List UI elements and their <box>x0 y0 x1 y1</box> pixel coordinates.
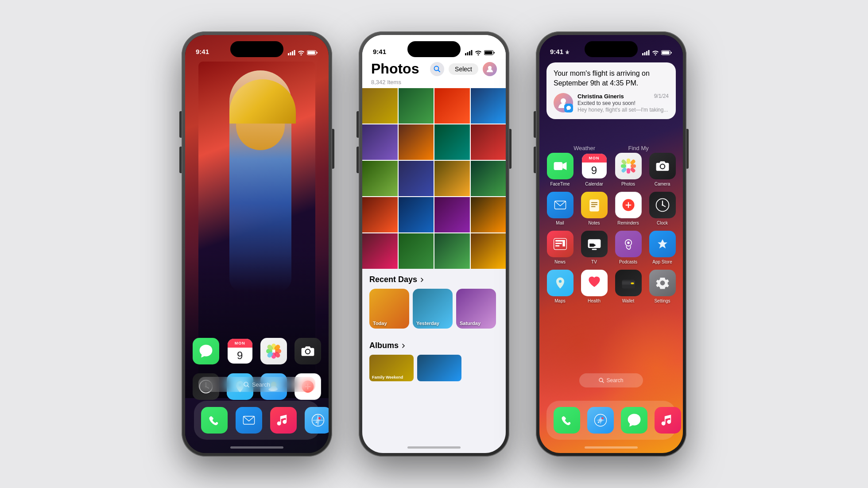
contact-name: Christina Gineris <box>577 93 624 100</box>
photo-cell[interactable] <box>362 233 398 269</box>
status-time-1: 9:41 <box>196 48 209 55</box>
app-camera-1[interactable] <box>294 338 322 364</box>
day-yesterday[interactable]: Yesterday <box>413 289 453 329</box>
app-mail-3[interactable]: Mail <box>546 192 574 225</box>
dock-safari-3[interactable] <box>587 407 614 434</box>
search-label-3: Search <box>606 377 623 383</box>
app-photos-3[interactable]: Photos <box>615 153 642 186</box>
notification-card[interactable]: Your mom's flight is arriving on Septemb… <box>546 62 676 119</box>
dock-mail-1[interactable] <box>236 407 262 434</box>
photo-cell[interactable] <box>399 233 434 269</box>
photo-cell[interactable] <box>434 161 470 196</box>
app-calendar-3[interactable]: MON 9 Calendar <box>581 153 608 186</box>
battery-icon-3 <box>661 50 672 55</box>
day-saturday[interactable]: Saturday <box>456 289 496 329</box>
svg-rect-57 <box>592 249 597 250</box>
app-calendar-label: Calendar <box>585 182 603 186</box>
photo-cell[interactable] <box>434 88 470 124</box>
svg-point-25 <box>316 422 318 423</box>
notification-content: Christina Gineris 9/1/24 Excited to see … <box>577 93 669 113</box>
svg-line-64 <box>602 381 604 383</box>
photo-cell[interactable] <box>434 197 470 232</box>
photo-cell[interactable] <box>399 88 434 124</box>
dock-music-1[interactable] <box>270 407 297 434</box>
album-preview[interactable]: Family Weekend <box>369 355 414 381</box>
app-facetime-label: FaceTime <box>550 182 570 186</box>
photo-cell[interactable] <box>399 197 434 232</box>
photo-cell[interactable] <box>434 124 470 160</box>
photo-cell[interactable] <box>471 124 506 160</box>
search-bar-1[interactable]: Search <box>198 377 315 392</box>
dock-messages-3[interactable] <box>621 407 647 434</box>
user-avatar-photos[interactable] <box>483 62 497 76</box>
svg-rect-38 <box>648 50 650 55</box>
app-clock-label: Clock <box>657 221 668 225</box>
app-maps-3[interactable]: Maps <box>546 270 574 303</box>
photo-cell[interactable] <box>362 88 398 124</box>
svg-point-68 <box>601 417 604 419</box>
photo-cell[interactable] <box>362 124 398 160</box>
app-messages-1[interactable] <box>192 338 220 364</box>
albums-section: Albums Family Weekend <box>362 335 506 386</box>
dock-phone-1[interactable] <box>201 407 228 434</box>
app-camera-label: Camera <box>655 182 670 186</box>
svg-point-24 <box>318 417 321 419</box>
app-wallet-3[interactable]: Wallet <box>615 270 642 303</box>
app-health-3[interactable]: Health <box>581 270 608 303</box>
svg-line-17 <box>248 386 249 387</box>
recent-days-section: Recent Days Today Yesterday <box>362 269 506 333</box>
photo-cell[interactable] <box>471 197 506 232</box>
photos-search-btn[interactable] <box>430 62 444 76</box>
photo-cell[interactable] <box>399 161 434 196</box>
dock-safari-1[interactable] <box>305 407 329 434</box>
battery-icon <box>307 50 318 55</box>
album-preview-2[interactable] <box>417 355 461 381</box>
svg-rect-62 <box>631 283 634 284</box>
photo-cell[interactable] <box>362 197 398 232</box>
photo-cell[interactable] <box>434 233 470 269</box>
wifi-icon-2 <box>475 50 482 55</box>
phone-2: 9:41 Photos Se <box>359 31 509 457</box>
app-appstore-label: App Store <box>652 259 672 264</box>
signal-icon-3 <box>642 50 650 55</box>
photo-cell[interactable] <box>471 161 506 196</box>
svg-rect-42 <box>554 162 562 170</box>
app-appstore-3[interactable]: App Store <box>649 231 676 264</box>
app-clock-3[interactable]: Clock <box>649 192 676 225</box>
app-reminders-3[interactable]: Reminders <box>615 192 642 225</box>
messages-icon-notif <box>564 104 573 112</box>
svg-rect-36 <box>644 52 646 55</box>
app-row-4: Maps Health Wallet <box>546 270 676 303</box>
app-notes-label: Notes <box>588 221 600 225</box>
app-facetime-3[interactable]: FaceTime <box>546 153 574 186</box>
photo-cell[interactable] <box>471 233 506 269</box>
location-icon <box>565 50 570 54</box>
widget-label-findmy: Find My <box>628 145 649 151</box>
photo-cell[interactable] <box>362 161 398 196</box>
signal-icon-2 <box>465 50 473 55</box>
app-settings-3[interactable]: Settings <box>649 270 676 303</box>
wifi-icon <box>298 50 305 55</box>
status-icons-2 <box>465 50 495 55</box>
app-calendar-1[interactable]: MON 9 <box>226 338 254 364</box>
photos-select-btn[interactable]: Select <box>449 63 478 75</box>
search-label-1: Search <box>252 381 270 388</box>
app-podcasts-label: Podcasts <box>619 259 637 264</box>
app-photos-1[interactable] <box>260 338 288 364</box>
photo-cell[interactable] <box>471 88 506 124</box>
app-notes-3[interactable]: Notes <box>581 192 608 225</box>
svg-rect-29 <box>471 50 473 55</box>
app-news-3[interactable]: News <box>546 231 574 264</box>
search-bar-3[interactable]: Search <box>579 373 643 387</box>
photo-cell[interactable] <box>399 124 434 160</box>
message-sub: Hey honey, flight's all set—I'm taking..… <box>577 107 669 113</box>
day-today[interactable]: Today <box>369 289 409 329</box>
search-icon-photos <box>434 66 441 73</box>
dock-phone-3[interactable] <box>554 407 580 434</box>
notification-message-row: Christina Gineris 9/1/24 Excited to see … <box>554 93 669 113</box>
app-tv-3[interactable]: TV <box>581 231 608 264</box>
app-health-label: Health <box>588 298 601 303</box>
app-camera-3[interactable]: Camera <box>649 153 676 186</box>
app-podcasts-3[interactable]: Podcasts <box>615 231 642 264</box>
dock-music-3[interactable] <box>655 407 681 434</box>
